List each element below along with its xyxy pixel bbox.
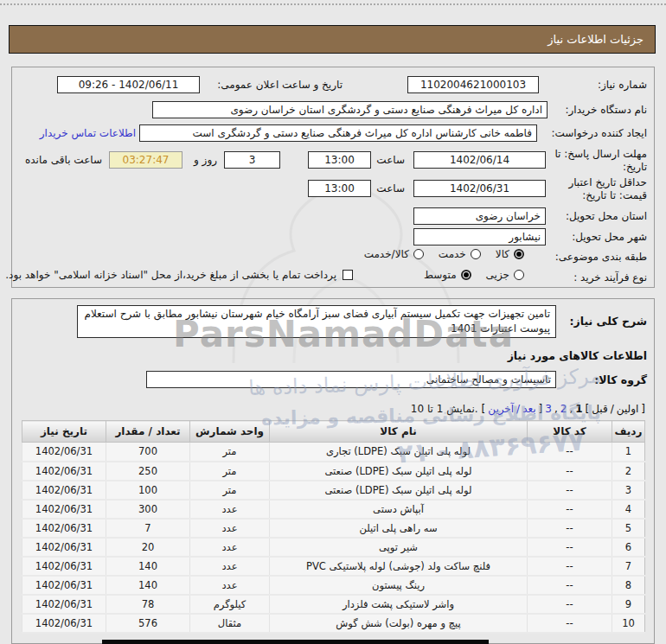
radio-icon[interactable] (413, 249, 424, 259)
pagination-current-page: 1 (575, 403, 582, 415)
delivery-province-field[interactable]: خراسان رضوی (413, 207, 546, 225)
need-number-label: شماره نیاز: (598, 79, 647, 91)
radio-option[interactable]: متوسط (424, 269, 471, 281)
need-number-field[interactable]: 1102004621000103 (407, 76, 539, 93)
need-description-label: شرح کلی نیاز: (570, 315, 647, 328)
reply-deadline-label: مهلت ارسال پاسخ: تا تاریخ: (550, 148, 647, 174)
treasury-checkbox-label: پرداخت تمام یا بخشی از مبلغ خرید،از محل … (5, 269, 336, 281)
radio-option[interactable]: کالا/خدمت (364, 248, 424, 260)
column-header: کد کالا (528, 421, 612, 443)
table-row: 6--شیر توپیعدد201402/06/31 (22, 538, 645, 557)
validity-hour-label: ساعت (376, 182, 405, 194)
pagination: نمایش 1 تا 10. [آخرین/بعد]3,2,1[قبل/اولی… (411, 403, 645, 415)
radio-option[interactable]: کالا (496, 248, 524, 260)
request-creator-label: ایجاد کننده درخواست: (551, 127, 647, 139)
buyer-contact-link[interactable]: اطلاعات تماس خریدار (40, 127, 136, 139)
goods-panel: شرح کلی نیاز: تامین تجهیزات جهت تکمیل سی… (11, 298, 655, 644)
radio-icon[interactable] (514, 249, 524, 259)
buyer-org-label: نام دستگاه خریدار: (566, 104, 648, 116)
price-validity-date-field[interactable]: 1402/06/31 (413, 180, 546, 197)
pagination-text: اولین (617, 403, 639, 415)
radio-label: خدمت (439, 248, 466, 260)
process-type-radio-group[interactable]: جزییمتوسط (424, 269, 524, 281)
treasury-checkbox-row: پرداخت تمام یا بخشی از مبلغ خرید،از محل … (5, 269, 353, 281)
radio-label: جزیی (486, 269, 509, 281)
pagination-link[interactable]: بعد (522, 403, 535, 415)
delivery-province-label: استان محل تحویل: (566, 210, 647, 222)
price-validity-time-field[interactable]: 13:00 (308, 180, 371, 197)
delivery-city-field[interactable]: نیشابور (413, 228, 546, 245)
radio-option[interactable]: خدمت (439, 248, 481, 260)
countdown-timer: 03:27:47 (109, 151, 183, 169)
buyer-org-field[interactable]: اداره کل میراث فرهنگی صنایع دستی و گردشگ… (152, 101, 548, 118)
table-row: 7--فلنچ ساکت ولد (جوشی) لوله پلاستیکی PV… (22, 557, 645, 576)
pagination-tokens: [آخرین/بعد]3,2,1[قبل/اولین] (482, 403, 645, 415)
radio-option[interactable]: جزیی (486, 269, 524, 281)
announce-datetime-field[interactable]: 09:26 - 1402/06/11 (57, 76, 200, 93)
column-header: تعداد / مقدار (106, 421, 190, 443)
radio-icon[interactable] (471, 249, 481, 259)
announce-datetime-label: تاریخ و ساعت اعلان عمومی: (217, 79, 343, 91)
classification-radio-group[interactable]: کالاخدمتکالا/خدمت (364, 248, 524, 260)
pagination-text: ] (641, 403, 645, 415)
reply-deadline-time-field[interactable]: 13:00 (308, 151, 371, 169)
table-row: 1--لوله پلی اتیلن سبک (LDPE) تجاریمتر700… (22, 443, 645, 462)
need-description-field[interactable]: تامین تجهیزات جهت تکمیل سیستم آبیاری فضا… (77, 305, 556, 338)
pagination-text: ] (539, 403, 543, 415)
table-row: 2--لوله پلی اتیلن سبک (LDPE) صنعتیمتر250… (22, 462, 645, 481)
column-header: واحد شمارش (190, 421, 270, 443)
pagination-link[interactable]: 3 (545, 403, 552, 415)
radio-icon[interactable] (461, 270, 471, 280)
radio-label: متوسط (424, 269, 457, 281)
radio-label: کالا/خدمت (364, 248, 409, 260)
table-row: 4--آبپاش دستیعدد3001402/06/31 (22, 500, 645, 519)
radio-label: کالا (496, 248, 509, 260)
process-type-label: نوع فرآیند خرید : (573, 271, 647, 284)
table-row: 9--واشر لاستیکی پشت فلزدارکیلوگرم781402/… (22, 595, 645, 614)
classification-label: طبقه بندی موضوعی: (555, 251, 647, 263)
goods-table-header-row: ردیفکد کالانام کالاواحد شمارشتعداد / مقد… (22, 421, 645, 443)
table-row: 3--لوله پلی اتیلن سبک (LDPE) صنعتیمتر100… (22, 481, 645, 500)
request-creator-field[interactable]: فاطمه خانی کارشناس اداره کل میراث فرهنگی… (139, 124, 537, 142)
delivery-city-label: شهر محل تحویل: (572, 231, 647, 243)
page-title: جزئیات اطلاعات نیاز (9, 25, 656, 54)
days-left-field[interactable]: 3 (224, 151, 280, 169)
table-row: 8--رینگ پیستونعدد1401402/06/31 (22, 576, 645, 595)
goods-group-label: گروه کالا: (594, 373, 647, 386)
column-header: نام کالا (270, 421, 528, 443)
goods-section-header: اطلاعات کالاهای مورد نیاز (508, 349, 647, 362)
pagination-link[interactable]: 2 (560, 403, 567, 415)
goods-table: ردیفکد کالانام کالاواحد شمارشتعداد / مقد… (22, 420, 645, 634)
pagination-text: / (611, 403, 614, 415)
need-info-panel: شماره نیاز: 1102004621000103 تاریخ و ساع… (11, 67, 655, 288)
top-dotted-divider (0, 3, 666, 5)
countdown-suffix-label: ساعت باقی مانده (25, 154, 102, 166)
pagination-text: , (569, 403, 573, 415)
reply-deadline-date-field[interactable]: 1402/06/14 (413, 151, 546, 169)
pagination-link[interactable]: / (516, 403, 520, 415)
need-details-page: جزئیات اطلاعات نیاز شماره نیاز: 11020046… (0, 0, 666, 644)
radio-icon[interactable] (514, 270, 524, 280)
goods-table-body: 1--لوله پلی اتیلن سبک (LDPE) تجاریمتر700… (22, 443, 645, 633)
deadline-hour-label: ساعت (376, 154, 405, 166)
price-validity-label: حداقل تاریخ اعتبار قیمت: تا تاریخ: (545, 176, 647, 202)
cutoff-element (102, 640, 489, 644)
column-header: تاریخ نیاز (22, 421, 106, 443)
days-unit-label: روز و (194, 154, 217, 166)
table-row: 10--پیچ و مهره (بولت) شش گوشمثقال5761402… (22, 614, 645, 633)
pagination-text: , (554, 403, 558, 415)
table-row: 5--سه راهی پلی اتیلنعدد71402/06/31 (22, 519, 645, 538)
pagination-link[interactable]: آخرین (488, 403, 514, 415)
pagination-text: قبل (592, 403, 607, 415)
pagination-summary: نمایش 1 تا 10. (411, 403, 478, 415)
pagination-text: [ (482, 403, 486, 415)
goods-group-field[interactable]: تاسیسات و مصالح ساختمانی (146, 371, 556, 388)
treasury-checkbox[interactable] (343, 270, 353, 280)
column-header: ردیف (612, 421, 645, 443)
pagination-text: [ (586, 403, 590, 415)
